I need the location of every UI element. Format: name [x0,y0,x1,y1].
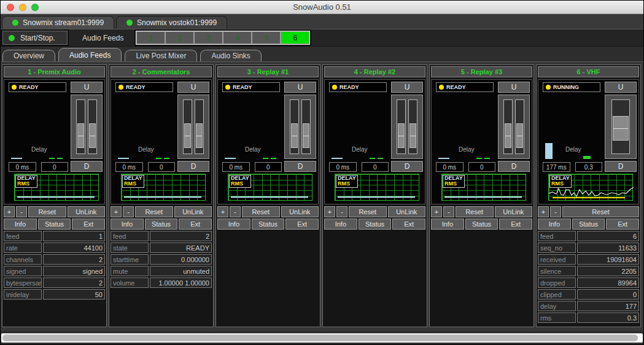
feed-tab-info[interactable]: Info [538,219,571,230]
graph-legend: DELAY RMS [443,175,465,188]
tab-overview[interactable]: Overview [2,50,55,61]
feed-button-row: +-ResetUnLink [431,206,532,217]
fader-track[interactable] [290,99,299,154]
fader-track[interactable] [301,99,311,154]
start-stop-button[interactable]: Start/Stop. [2,31,68,45]
unlink-button[interactable]: UnLink [68,206,106,217]
feed-tab-status[interactable]: Status [38,219,71,230]
fader-handle[interactable] [516,123,523,148]
feed-tab-status[interactable]: Status [465,219,499,230]
fader-track[interactable] [611,99,630,154]
connection-tab-stream01[interactable]: Snowmix stream01:9999 [2,16,114,29]
feed-tab-info[interactable]: Info [324,219,357,230]
fader-handle[interactable] [196,123,203,148]
fader-track[interactable] [183,99,192,154]
feed-tab-status[interactable]: Status [145,219,178,230]
fader-handle[interactable] [184,123,191,148]
delay-up-button[interactable]: U [391,82,423,93]
scrollbar-thumb[interactable] [2,335,638,341]
plus-button[interactable]: + [217,206,228,217]
delay-down-button[interactable]: D [605,161,637,172]
feed-tab-info[interactable]: Info [431,219,464,230]
fader-handle[interactable] [89,123,96,148]
plus-button[interactable]: + [4,206,15,217]
minus-button[interactable]: - [443,206,454,217]
fader-handle[interactable] [291,123,298,148]
feed-panel: 3 - Replay #1 READY Delay 0 ms 0 [215,64,320,327]
fader-track[interactable] [397,99,406,154]
fader-track[interactable] [195,99,204,154]
reset-button[interactable]: Reset [135,206,173,217]
plus-button[interactable]: + [324,206,335,217]
plus-button[interactable]: + [111,206,122,217]
feed-select-button-5[interactable]: 5 [252,31,281,44]
fader-track[interactable] [88,99,97,154]
minus-button[interactable]: - [336,206,347,217]
minus-button[interactable]: - [16,206,27,217]
feed-tab-ext[interactable]: Ext [179,219,212,230]
minus-button[interactable]: - [230,206,241,217]
delay-up-button[interactable]: U [71,82,103,93]
reset-button[interactable]: Reset [28,206,66,217]
feed-select-button-4[interactable]: 4 [223,31,252,44]
feed-select-button-3[interactable]: 3 [194,31,223,44]
minus-button[interactable]: - [550,206,561,217]
feed-tab-ext[interactable]: Ext [72,219,105,230]
unlink-button[interactable]: UnLink [388,206,426,217]
fader-track[interactable] [503,99,513,154]
fader-handle[interactable] [77,123,84,148]
delay-up-button[interactable]: U [605,82,637,93]
minus-button[interactable]: - [123,206,134,217]
fader-handle[interactable] [303,123,309,148]
tab-live-post-mixer[interactable]: Live Post Mixer [125,50,197,61]
unlink-button[interactable]: UnLink [495,206,533,217]
delay-down-button[interactable]: D [391,161,423,172]
reset-button[interactable]: Reset [456,206,494,217]
horizontal-scrollbar[interactable] [1,333,643,343]
delay-up-button[interactable]: U [498,82,530,93]
fader-track[interactable] [408,99,417,154]
feed-tab-status[interactable]: Status [252,219,285,230]
feed-tab-info[interactable]: Info [4,219,37,230]
feed-tab-status[interactable]: Status [572,219,605,230]
close-button[interactable] [7,4,14,11]
unlink-button[interactable]: UnLink [281,206,319,217]
zoom-button[interactable] [31,4,39,11]
fader-track[interactable] [76,99,85,154]
feed-tab-info[interactable]: Info [217,219,250,230]
fader-handle[interactable] [398,123,405,148]
feed-tab-ext[interactable]: Ext [499,219,532,230]
delay-down-button[interactable]: D [498,161,530,172]
reset-button[interactable]: Reset [562,206,639,217]
plus-button[interactable]: + [431,206,442,217]
fader-handle[interactable] [409,123,416,148]
delay-up-button[interactable]: U [284,82,316,93]
fader-handle[interactable] [613,116,629,141]
feed-tab-info[interactable]: Info [111,219,144,230]
graph-legend-rms: RMS [17,181,36,187]
unlink-button[interactable]: UnLink [174,206,212,217]
delay-down-button[interactable]: D [71,161,103,172]
delay-rms-graph: DELAY RMS [14,174,99,201]
delay-down-button[interactable]: D [177,161,209,172]
plus-button[interactable]: + [538,206,549,217]
feed-select-button-6[interactable]: 6 [281,31,309,44]
reset-button[interactable]: Reset [242,206,280,217]
delay-down-button[interactable]: D [284,161,316,172]
fader-handle[interactable] [505,123,511,148]
tab-audio-feeds[interactable]: Audio Feeds [58,48,122,61]
feed-tab-status[interactable]: Status [359,219,392,230]
reset-button[interactable]: Reset [349,206,387,217]
feed-select-button-1[interactable]: 1 [136,31,165,44]
feed-select-button-2[interactable]: 2 [165,31,194,44]
minimize-button[interactable] [19,4,26,11]
feed-tab-ext[interactable]: Ext [606,219,639,230]
scrollbar-zone [1,331,643,344]
start-stop-led-icon [9,35,15,41]
feed-tab-ext[interactable]: Ext [285,219,319,230]
fader-track[interactable] [515,99,524,154]
tab-audio-sinks[interactable]: Audio Sinks [200,50,261,61]
connection-tab-vostok01[interactable]: Snowmix vostok01:9999 [116,16,227,29]
feed-tab-ext[interactable]: Ext [392,219,425,230]
delay-up-button[interactable]: U [177,82,209,93]
